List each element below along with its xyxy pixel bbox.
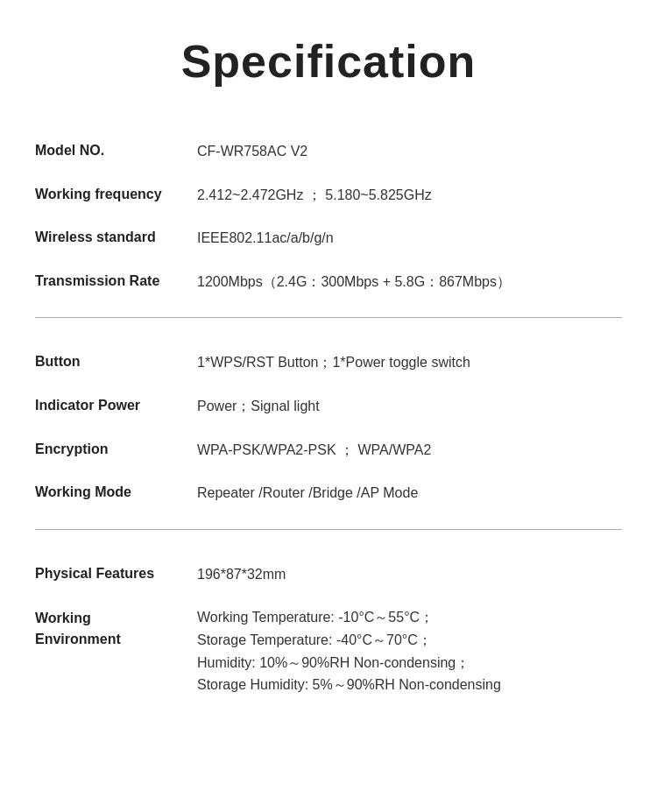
row-encryption: Encryption WPA-PSK/WPA2-PSK ； WPA/WPA2 <box>35 428 622 472</box>
value-working-frequency: 2.412~2.472GHz ； 5.180~5.825GHz <box>197 184 622 207</box>
row-button: Button 1*WPS/RST Button；1*Power toggle s… <box>35 341 622 385</box>
label-encryption: Encryption <box>35 439 197 460</box>
page-title: Specification <box>35 35 622 88</box>
section-2: Button 1*WPS/RST Button；1*Power toggle s… <box>35 341 622 514</box>
row-transmission-rate: Transmission Rate 1200Mbps（2.4G：300Mbps … <box>35 260 622 304</box>
value-encryption: WPA-PSK/WPA2-PSK ； WPA/WPA2 <box>197 439 622 462</box>
section-3: Physical Features 196*87*32mm WorkingEnv… <box>35 553 622 707</box>
label-transmission-rate: Transmission Rate <box>35 271 197 292</box>
label-working-mode: Working Mode <box>35 482 197 503</box>
value-working-environment: Working Temperature: -10°C～55°C； Storage… <box>197 606 622 695</box>
section-1: Model NO. CF-WR758AC V2 Working frequenc… <box>35 130 622 303</box>
value-wireless-standard: IEEE802.11ac/a/b/g/n <box>197 227 622 250</box>
label-indicator-power: Indicator Power <box>35 395 197 416</box>
label-physical-features: Physical Features <box>35 563 197 584</box>
row-physical-features: Physical Features 196*87*32mm <box>35 553 622 597</box>
value-transmission-rate: 1200Mbps（2.4G：300Mbps + 5.8G：867Mbps） <box>197 271 622 293</box>
row-working-environment: WorkingEnvironment Working Temperature: … <box>35 596 622 706</box>
row-working-mode: Working Mode Repeater /Router /Bridge /A… <box>35 471 622 515</box>
divider-2 <box>35 529 622 530</box>
label-wireless-standard: Wireless standard <box>35 227 197 248</box>
value-indicator-power: Power；Signal light <box>197 395 622 418</box>
label-button: Button <box>35 351 197 372</box>
label-working-frequency: Working frequency <box>35 184 197 205</box>
divider-1 <box>35 317 622 318</box>
row-indicator-power: Indicator Power Power；Signal light <box>35 385 622 428</box>
row-model-no: Model NO. CF-WR758AC V2 <box>35 130 622 173</box>
row-wireless-standard: Wireless standard IEEE802.11ac/a/b/g/n <box>35 216 622 260</box>
row-working-frequency: Working frequency 2.412~2.472GHz ； 5.180… <box>35 173 622 217</box>
value-button: 1*WPS/RST Button；1*Power toggle switch <box>197 351 622 374</box>
page-container: Specification Model NO. CF-WR758AC V2 Wo… <box>0 0 657 812</box>
label-working-environment: WorkingEnvironment <box>35 606 197 650</box>
value-model-no: CF-WR758AC V2 <box>197 140 622 163</box>
value-working-mode: Repeater /Router /Bridge /AP Mode <box>197 482 622 505</box>
value-physical-features: 196*87*32mm <box>197 563 622 586</box>
label-model-no: Model NO. <box>35 140 197 161</box>
